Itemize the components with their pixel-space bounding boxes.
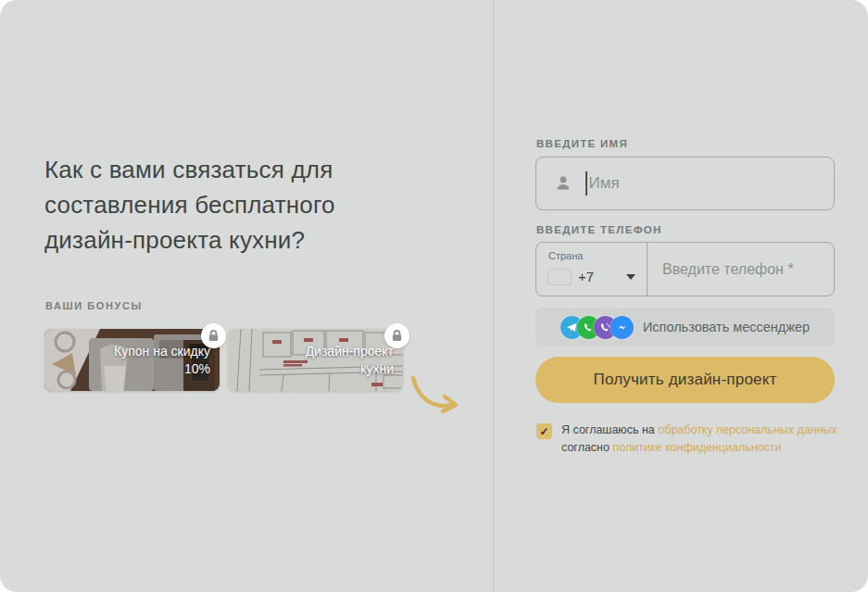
bonus-card-title: Купон на скидку 10% <box>114 343 210 378</box>
page-title: Как с вами связаться для составления бес… <box>44 152 415 258</box>
phone-input-wrap <box>648 243 834 296</box>
phone-field-label: ВВЕДИТЕ ТЕЛЕФОН <box>536 224 662 235</box>
country-select-label: Страна <box>548 250 635 261</box>
country-select[interactable]: Страна +7 <box>536 243 648 296</box>
use-messenger-button[interactable]: Использовать мессенджер <box>535 308 835 346</box>
bonus-card-title: Дизайн-проект кухни <box>306 343 394 378</box>
consent-row: ✓ Я соглашаюсь на обработку персональных… <box>535 422 843 457</box>
consent-checkbox[interactable]: ✓ <box>536 423 552 439</box>
lock-icon <box>384 323 409 348</box>
bonus-card-design-project: Дизайн-проект кухни <box>228 329 403 391</box>
lock-icon <box>201 323 226 348</box>
vertical-divider <box>493 0 494 592</box>
curved-arrow-icon <box>404 372 463 430</box>
name-field[interactable] <box>535 157 835 210</box>
person-icon <box>553 173 573 194</box>
bonuses-section-label: ВАШИ БОНУСЫ <box>45 300 143 311</box>
phone-input[interactable] <box>662 261 834 278</box>
name-input[interactable] <box>587 174 835 193</box>
bonus-cards: Купон на скидку 10% <box>44 329 403 391</box>
dial-code: +7 <box>578 269 594 284</box>
bonus-card-discount-coupon: Купон на скидку 10% <box>44 329 220 391</box>
messenger-icon <box>610 316 634 339</box>
consent-text: Я соглашаюсь на обработку персональных д… <box>561 422 843 457</box>
chevron-down-icon <box>626 274 635 280</box>
lead-form-modal: Как с вами связаться для составления бес… <box>0 0 868 592</box>
messenger-icons <box>560 316 634 339</box>
personal-data-link[interactable]: обработку персональных данных <box>658 423 837 436</box>
phone-field-group: Страна +7 <box>535 242 835 296</box>
use-messenger-label: Использовать мессенджер <box>643 320 810 334</box>
name-field-label: ВВЕДИТЕ ИМЯ <box>536 138 628 149</box>
get-design-project-button[interactable]: Получить дизайн-проект <box>535 357 835 403</box>
privacy-policy-link[interactable]: политике конфиденциальности <box>612 441 781 454</box>
russia-flag-icon <box>548 270 571 284</box>
